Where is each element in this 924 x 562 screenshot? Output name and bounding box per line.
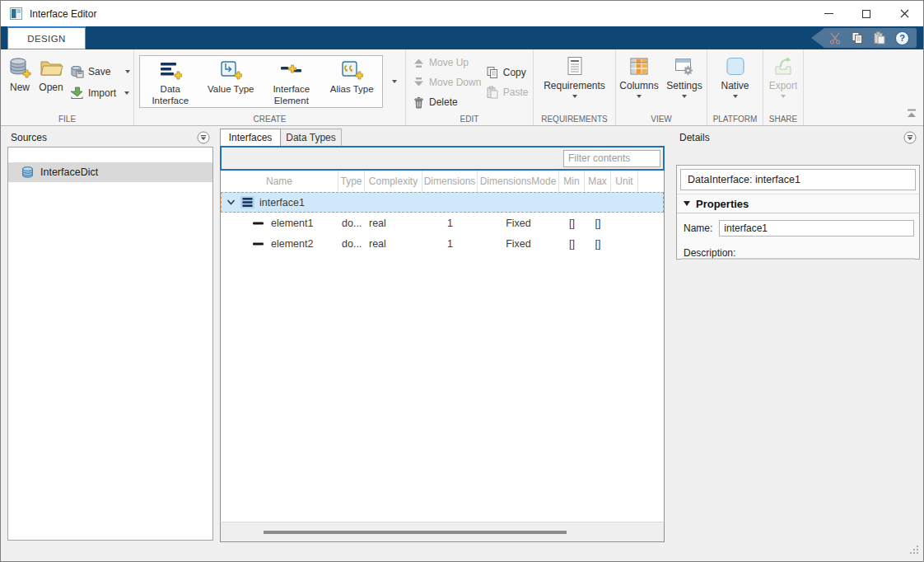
columns-icon [628, 56, 650, 77]
ribbon-section-file: New Open [1, 49, 134, 125]
maximize-icon [862, 10, 870, 18]
settings-label: Settings [666, 80, 702, 91]
properties-section-header[interactable]: Properties [677, 194, 919, 213]
maximize-button[interactable] [847, 1, 885, 26]
table-header-row: Name Type Complexity Dimensions Dimensio… [221, 171, 664, 192]
tab-design[interactable]: DESIGN [7, 26, 86, 49]
filter-input[interactable] [563, 150, 660, 167]
file-section-label: FILE [1, 115, 133, 124]
interface-browser-panel: Interfaces Data Types Name Type Complexi… [220, 129, 665, 542]
minimize-button[interactable] [810, 1, 847, 26]
alias-type-button[interactable]: Alias Type [322, 56, 383, 107]
native-dropdown-caret [733, 95, 738, 98]
sources-panel-menu-icon[interactable] [197, 131, 210, 144]
platform-section-label: PLATFORM [707, 115, 763, 124]
alias-type-label: Alias Type [323, 84, 380, 96]
row-name: interface1 [259, 197, 305, 208]
column-header-complexity[interactable]: Complexity [365, 171, 422, 192]
close-icon [900, 9, 909, 18]
settings-icon [674, 56, 695, 77]
description-textarea[interactable] [681, 258, 915, 260]
requirements-label: Requirements [544, 80, 605, 91]
source-item-interfacedict[interactable]: InterfaceDict [8, 162, 212, 182]
table-row-element1[interactable]: element1 do... real 1 Fixed [] [] [221, 213, 664, 233]
sources-list: InterfaceDict [7, 147, 213, 541]
copy-button[interactable]: Copy [486, 63, 533, 82]
tab-interfaces[interactable]: Interfaces [220, 129, 281, 146]
title-bar: Interface Editor [1, 1, 923, 26]
move-up-button: Move Up [413, 53, 486, 73]
copy-icon[interactable] [851, 31, 864, 44]
edit-section-label: EDIT [406, 115, 533, 124]
details-title: Details [679, 132, 710, 143]
copy-pages-icon [486, 66, 499, 79]
ribbon-section-platform: Native PLATFORM [707, 49, 763, 125]
table-row-interface1[interactable]: interface1 [221, 192, 664, 213]
name-input[interactable] [719, 220, 914, 237]
window-resize-grip[interactable] [908, 543, 919, 558]
ribbon-tab-strip: DESIGN ? [1, 26, 923, 49]
create-gallery-expand-button[interactable] [386, 55, 403, 108]
import-button[interactable]: Import [70, 84, 130, 101]
interface-element-button[interactable]: Interface Element [261, 56, 322, 107]
collapse-ribbon-button[interactable] [906, 107, 917, 122]
native-button[interactable]: Native [707, 49, 763, 98]
value-type-label: Value Type [202, 84, 259, 96]
paste-icon[interactable] [873, 31, 886, 44]
delete-label: Delete [429, 96, 458, 108]
columns-button[interactable]: Columns [616, 49, 662, 98]
cut-icon[interactable] [828, 31, 842, 44]
data-interface-button[interactable]: Data Interface [140, 56, 201, 107]
columns-dropdown-caret [637, 95, 642, 98]
selection-summary: DataInterface: interface1 [680, 169, 916, 190]
settings-button[interactable]: Settings [662, 49, 707, 98]
save-dropdown-caret[interactable] [125, 70, 130, 73]
save-button[interactable]: Save [70, 63, 130, 80]
horizontal-scrollbar-thumb[interactable] [264, 531, 567, 534]
open-label: Open [39, 82, 63, 93]
column-header-unit[interactable]: Unit [611, 171, 638, 192]
native-label: Native [721, 80, 749, 91]
ribbon-section-view: Columns Settings [616, 49, 707, 125]
requirements-button[interactable]: Requirements [534, 49, 615, 98]
move-down-icon [413, 77, 425, 88]
data-interface-label: Data Interface [142, 84, 199, 107]
tab-data-types[interactable]: Data Types [281, 129, 342, 146]
column-header-dimensions[interactable]: Dimensions [422, 171, 478, 192]
dictionary-database-icon [21, 166, 34, 179]
help-icon[interactable]: ? [895, 31, 909, 45]
row-name: element2 [271, 238, 313, 250]
column-header-type[interactable]: Type [338, 171, 365, 192]
value-type-button[interactable]: Value Type [201, 56, 262, 107]
new-button[interactable]: New [7, 55, 32, 101]
delete-button[interactable]: Delete [413, 92, 486, 112]
resize-grip-icon [908, 544, 919, 555]
ribbon-section-requirements: Requirements REQUIREMENTS [534, 49, 616, 125]
open-button[interactable]: Open [39, 55, 63, 101]
requirements-dropdown-caret [572, 95, 577, 98]
move-down-label: Move Down [429, 77, 481, 88]
view-section-label: VIEW [616, 115, 707, 124]
quick-access-toolbar: ? [811, 28, 917, 48]
alias-type-icon [340, 60, 363, 82]
import-dropdown-caret[interactable] [124, 91, 129, 95]
column-header-max[interactable]: Max [585, 171, 611, 192]
import-icon [70, 86, 84, 100]
export-dropdown-caret [781, 95, 786, 98]
horizontal-scrollbar[interactable] [220, 522, 665, 542]
data-interface-icon [159, 60, 182, 82]
column-header-min[interactable]: Min [559, 171, 585, 192]
export-button: Export [763, 49, 803, 98]
row-name: element1 [271, 218, 313, 229]
column-header-name[interactable]: Name [221, 171, 338, 192]
filter-toolbar [220, 146, 665, 171]
value-type-icon [219, 60, 242, 82]
new-database-icon [7, 55, 32, 80]
description-field-label: Description: [684, 247, 919, 259]
column-header-dimensionsmode[interactable]: DimensionsMode [478, 171, 559, 192]
tree-expand-chevron-icon[interactable] [226, 198, 236, 207]
details-panel-menu-icon[interactable] [903, 131, 917, 144]
window-title: Interface Editor [30, 8, 96, 20]
close-button[interactable] [885, 1, 923, 26]
table-row-element2[interactable]: element2 do... real 1 Fixed [] [] [221, 233, 664, 254]
